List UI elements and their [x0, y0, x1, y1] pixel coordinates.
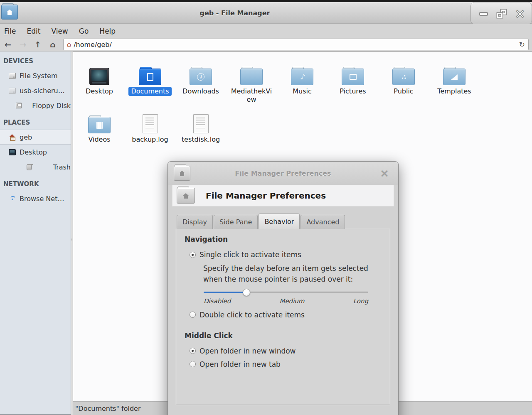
tab-display[interactable]: Display	[177, 215, 213, 229]
menu-view[interactable]: View	[51, 27, 68, 35]
preferences-dialog: File Manager Preferences × File Manager …	[167, 161, 399, 415]
slider-label-long: Long	[353, 297, 368, 305]
dialog-header-folder-icon	[177, 188, 195, 204]
sidebar-item-file-system[interactable]: File System	[0, 68, 71, 83]
dialog-folder-icon	[174, 166, 190, 181]
single-click-radio[interactable]	[190, 252, 196, 258]
maximize-button[interactable]	[493, 2, 510, 25]
double-click-option[interactable]: Double click to activate items	[190, 311, 390, 319]
open-new-window-option[interactable]: Open folder in new window	[190, 347, 390, 355]
double-click-radio[interactable]	[190, 312, 196, 318]
open-new-window-radio[interactable]	[190, 348, 196, 354]
sidebar-item-usb[interactable]: usb-sicheru…	[0, 83, 71, 98]
close-button[interactable]: ×	[512, 2, 528, 25]
tab-behavior[interactable]: Behavior	[259, 214, 300, 229]
folder-downloads-icon: ↓	[190, 69, 212, 85]
file-item-videos[interactable]: Videos	[74, 106, 125, 154]
reload-icon[interactable]: ↻	[519, 41, 525, 48]
file-item-templates[interactable]: Templates	[429, 58, 480, 106]
dialog-title: File Manager Preferences	[193, 162, 373, 185]
single-click-option[interactable]: Single click to activate items	[190, 250, 390, 259]
file-grid: Desktop Documents ↓ Downloads MediathekV…	[73, 52, 532, 154]
window-titlebar: geb - File Manager ×	[0, 2, 532, 24]
drive-removable-icon	[9, 88, 16, 94]
slider-track[interactable]	[204, 292, 368, 293]
slider-labels: Disabled Medium Long	[204, 297, 368, 305]
sidebar: DEVICES File System usb-sicheru… Floppy …	[0, 52, 71, 415]
sidebar-item-desktop[interactable]: Desktop	[0, 145, 71, 160]
file-item-testdisk-log[interactable]: testdisk.log	[175, 106, 226, 154]
desktop-screen-icon	[89, 68, 109, 85]
window-home-folder-icon	[1, 5, 18, 20]
close-icon: ×	[515, 7, 525, 20]
folder-music-icon: ♪	[291, 69, 313, 85]
slider-thumb[interactable]	[243, 289, 250, 296]
network-icon	[9, 196, 16, 201]
up-icon[interactable]: ↑	[33, 41, 42, 49]
file-item-desktop[interactable]: Desktop	[74, 58, 125, 106]
tab-advanced[interactable]: Advanced	[300, 215, 345, 229]
sidebar-item-floppy[interactable]: Floppy Disk	[0, 98, 71, 113]
floppy-icon	[16, 103, 22, 108]
file-item-mediathekview[interactable]: MediathekView	[226, 58, 277, 106]
file-item-public[interactable]: ∴ Public	[378, 58, 429, 106]
file-item-documents[interactable]: Documents	[125, 58, 175, 106]
dialog-titlebar[interactable]: File Manager Preferences ×	[168, 162, 398, 185]
file-item-pictures[interactable]: Pictures	[328, 58, 378, 106]
window-controls: ×	[470, 2, 532, 25]
dialog-close-icon: ×	[380, 167, 389, 179]
menubar: File Edit View Go Help	[0, 24, 532, 38]
slider-label-medium: Medium	[279, 297, 304, 305]
back-icon[interactable]: ←	[3, 41, 12, 49]
folder-pictures-icon	[342, 69, 364, 85]
text-file-icon	[143, 114, 158, 133]
menu-help[interactable]: Help	[99, 27, 116, 35]
path-input[interactable]: /home/geb/	[74, 41, 517, 49]
folder-videos-icon	[88, 117, 111, 133]
trash-icon	[27, 165, 32, 170]
menu-go[interactable]: Go	[79, 27, 89, 35]
middle-click-section-header: Middle Click	[185, 332, 390, 340]
splitter-grip-icon	[71, 238, 72, 242]
slider-fill	[204, 292, 246, 293]
sidebar-item-geb[interactable]: geb	[0, 130, 71, 145]
path-bar[interactable]: ⌂ /home/geb/ ↻	[63, 39, 529, 50]
open-new-tab-option[interactable]: Open folder in new tab	[190, 360, 390, 368]
open-new-tab-radio[interactable]	[190, 361, 196, 367]
location-home-icon: ⌂	[67, 41, 71, 48]
folder-icon	[240, 69, 263, 85]
toolbar: ← → ↑ ⌂ ⌂ /home/geb/ ↻	[0, 38, 532, 52]
menu-edit[interactable]: Edit	[27, 27, 40, 35]
dialog-close-button[interactable]: ×	[378, 167, 391, 179]
file-item-backup-log[interactable]: backup.log	[125, 106, 175, 154]
menu-file[interactable]: File	[4, 27, 16, 35]
drive-harddisk-icon	[9, 73, 16, 79]
dialog-header-title: File Manager Preferences	[206, 191, 326, 201]
desktop-icon	[9, 149, 16, 155]
tab-side-pane[interactable]: Side Pane	[214, 215, 258, 229]
folder-public-icon: ∴	[392, 69, 415, 85]
window-title: geb - File Manager	[0, 2, 470, 24]
slider-label-disabled: Disabled	[204, 297, 231, 305]
file-item-downloads[interactable]: ↓ Downloads	[175, 58, 226, 106]
sidebar-header-network: NETWORK	[0, 174, 71, 191]
sidebar-item-trash[interactable]: Trash	[0, 160, 71, 174]
home-icon	[9, 134, 16, 140]
statusbar-text: "Documents" folder	[75, 405, 140, 413]
delay-slider: Disabled Medium Long	[204, 292, 368, 305]
minimize-button[interactable]	[475, 2, 492, 25]
dialog-header: File Manager Preferences	[172, 185, 394, 206]
folder-templates-icon	[443, 69, 466, 85]
home-icon[interactable]: ⌂	[48, 41, 57, 49]
text-file-icon	[193, 114, 209, 133]
file-item-music[interactable]: ♪ Music	[277, 58, 328, 106]
behavior-tab-panel: Navigation Single click to activate item…	[176, 229, 390, 405]
sidebar-header-places: PLACES	[0, 113, 71, 130]
sidebar-header-devices: DEVICES	[0, 52, 71, 68]
sidebar-item-browse-network[interactable]: Browse Net…	[0, 191, 71, 206]
navigation-section-header: Navigation	[185, 235, 390, 243]
dialog-tabs: Display Side Pane Behavior Advanced	[168, 206, 398, 229]
forward-icon[interactable]: →	[18, 41, 27, 49]
minimize-icon	[480, 13, 487, 15]
folder-documents-icon	[139, 69, 161, 85]
